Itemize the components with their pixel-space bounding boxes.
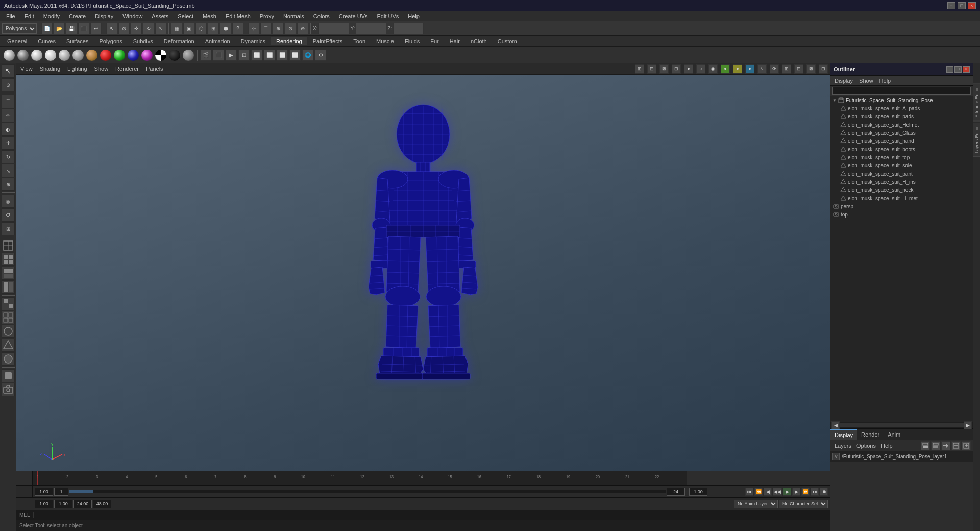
lasso-btn[interactable]: ⊙ [118, 23, 130, 34]
shader-sphere-6[interactable] [72, 49, 84, 61]
outliner-item-0[interactable]: elon_musk_space_suit_A_pads [830, 104, 973, 112]
shader-sphere-10[interactable] [127, 49, 139, 61]
snap-view-btn[interactable]: ⊙ [285, 23, 296, 34]
view-tb-13[interactable]: ⊞ [782, 64, 791, 74]
layer-btn-1[interactable] [921, 441, 930, 450]
menu-help[interactable]: Help [404, 12, 424, 20]
options-menu[interactable]: Options [854, 442, 878, 450]
select-tool-btn[interactable]: ↖ [106, 23, 117, 34]
lt-btn-c[interactable] [2, 267, 15, 280]
pb-step-fwd[interactable]: ⏩ [801, 488, 810, 496]
tab-custom[interactable]: Custom [493, 37, 522, 45]
outliner-item-13[interactable]: top [830, 210, 973, 219]
pb-play-back[interactable]: ◀◀ [773, 488, 782, 496]
new-scene-btn[interactable]: 📄 [41, 23, 53, 34]
tab-fluids[interactable]: Fluids [400, 37, 425, 45]
view-tb-7[interactable]: ◉ [708, 64, 718, 74]
render-btn-6[interactable]: ⬜ [264, 50, 275, 61]
pb-cur-input[interactable] [54, 500, 72, 508]
outliner-menu-show[interactable]: Show [857, 77, 875, 85]
rotate-btn[interactable]: ↻ [143, 23, 154, 34]
render-btn-2[interactable]: ⬛ [213, 50, 224, 61]
lt-btn-b[interactable] [2, 253, 15, 266]
pb-step-back[interactable]: ⏪ [754, 488, 763, 496]
outliner-item-8[interactable]: elon_musk_space_suit_pant [830, 170, 973, 178]
range-end-input[interactable] [667, 488, 685, 496]
menu-select[interactable]: Select [174, 12, 198, 20]
shader-sphere-7[interactable] [86, 49, 98, 61]
outliner-item-7[interactable]: elon_musk_space_suit_sole [830, 161, 973, 170]
menu-edit-uvs[interactable]: Edit UVs [373, 12, 403, 20]
view-menu-view[interactable]: View [18, 65, 35, 73]
outliner-item-root[interactable]: ▼ Futuristic_Space_Suit_Standing_Pose [830, 96, 973, 104]
shader-sphere-5[interactable] [58, 49, 70, 61]
tab-rendering[interactable]: Rendering [271, 37, 307, 45]
tb-btn-14[interactable]: ⊞ [208, 23, 219, 34]
view-tb-8[interactable]: ● [721, 64, 730, 74]
snap-live-btn[interactable]: ⊛ [297, 23, 308, 34]
tb-btn-12[interactable]: ▣ [183, 23, 194, 34]
lt-btn-hist[interactable]: ⏱ [2, 208, 15, 222]
render-btn-3[interactable]: ▶ [226, 50, 237, 61]
tb-btn-5[interactable]: ↩ [90, 23, 102, 34]
outliner-item-11[interactable]: elon_musk_space_suit_H_met [830, 194, 973, 202]
outliner-list[interactable]: ▼ Futuristic_Space_Suit_Standing_Pose el… [830, 96, 973, 422]
tab-polygons[interactable]: Polygons [94, 37, 127, 45]
menu-assets[interactable]: Assets [148, 12, 173, 20]
render-btn-5[interactable]: ⬜ [251, 50, 262, 61]
shader-sphere-checker[interactable] [155, 49, 167, 61]
mel-input[interactable] [34, 510, 830, 519]
coord-x-input[interactable] [318, 23, 349, 34]
tab-hair[interactable]: Hair [445, 37, 465, 45]
expand-icon[interactable]: ▼ [832, 98, 838, 103]
shader-sphere-2[interactable] [17, 49, 29, 61]
pb-next-key[interactable]: ▶ [792, 488, 800, 496]
tab-deformation[interactable]: Deformation [159, 37, 200, 45]
move-tool[interactable]: ✛ [2, 136, 15, 150]
menu-edit-mesh[interactable]: Edit Mesh [222, 12, 255, 20]
render-btn-1[interactable]: 🎬 [200, 50, 211, 61]
tb-btn-16[interactable]: ? [232, 23, 243, 34]
move-btn[interactable]: ✛ [131, 23, 142, 34]
pb-play-fwd[interactable]: ▶ [783, 488, 791, 496]
save-btn[interactable]: 💾 [66, 23, 77, 34]
tab-subdivs[interactable]: Subdivs [128, 37, 158, 45]
layer-btn-4[interactable] [951, 441, 961, 450]
lt-btn-e3[interactable] [2, 325, 15, 338]
menu-normals[interactable]: Normals [279, 12, 308, 20]
shader-sphere-3[interactable] [31, 49, 43, 61]
tab-general[interactable]: General [2, 37, 32, 45]
outliner-item-2[interactable]: elon_musk_space_suit_Helmet [830, 120, 973, 129]
layer-visibility-btn[interactable]: V [832, 453, 840, 460]
lt-btn-f1[interactable] [2, 369, 15, 382]
viewport[interactable]: x y z [16, 75, 830, 471]
view-tb-4[interactable]: ⊡ [672, 64, 681, 74]
paint-select-tool[interactable]: ⊙ [2, 78, 15, 91]
range-start-input[interactable] [35, 488, 53, 496]
manip-tool[interactable]: ⊕ [2, 178, 15, 191]
snap-point-btn[interactable]: ⊕ [273, 23, 284, 34]
range-bar[interactable] [69, 490, 666, 493]
lt-btn-e5[interactable] [2, 352, 15, 366]
lt-btn-a[interactable] [2, 239, 15, 252]
view-tb-3[interactable]: ⊠ [659, 64, 669, 74]
pb-record[interactable]: ⏺ [820, 488, 828, 496]
view-menu-renderer[interactable]: Renderer [113, 65, 141, 73]
shader-sphere-dark[interactable] [168, 49, 181, 61]
attribute-editor-tab[interactable]: Attribute Editor [973, 84, 981, 122]
pb-prev-key[interactable]: ◀ [764, 488, 772, 496]
view-tb-15[interactable]: ⊠ [806, 64, 816, 74]
view-tb-6[interactable]: ○ [696, 64, 705, 74]
view-tb-12[interactable]: ⟳ [770, 64, 779, 74]
view-tb-2[interactable]: ⊟ [647, 64, 656, 74]
layers-editor-tab[interactable]: Layers Editor [973, 123, 981, 157]
view-menu-show[interactable]: Show [92, 65, 111, 73]
outliner-item-6[interactable]: elon_musk_space_suit_top [830, 153, 973, 161]
shader-sphere-1[interactable] [3, 49, 15, 61]
outliner-item-3[interactable]: elon_musk_space_suit_Glass [830, 129, 973, 137]
menu-create[interactable]: Create [65, 12, 90, 20]
layer-tab-display[interactable]: Display [830, 429, 857, 440]
layer-tab-render[interactable]: Render [857, 429, 884, 440]
lt-btn-e4[interactable] [2, 339, 15, 352]
menu-file[interactable]: File [2, 12, 19, 20]
